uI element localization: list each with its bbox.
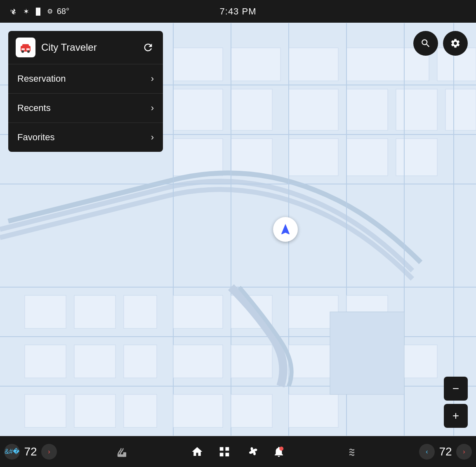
map-settings-button[interactable]	[443, 31, 468, 56]
svg-rect-11	[396, 89, 437, 130]
zoom-out-button[interactable]: −	[444, 377, 468, 401]
svg-rect-16	[346, 139, 388, 176]
svg-rect-8	[231, 89, 272, 130]
svg-text:␘: ␘	[10, 8, 16, 16]
left-temp-increase[interactable]: ›	[41, 444, 57, 460]
reservation-label: Reservation	[17, 73, 66, 84]
bluetooth-icon: ✶	[23, 7, 29, 16]
bluetooth-icon: ␘	[8, 6, 19, 17]
svg-rect-51	[330, 312, 404, 394]
settings-status-icon: ⚙	[47, 7, 53, 15]
reservation-item[interactable]: Reservation ›	[8, 64, 163, 94]
left-temp-control: &#� 72 ›	[4, 444, 57, 460]
svg-rect-12	[445, 89, 476, 130]
recents-item[interactable]: Recents ›	[8, 94, 163, 123]
svg-rect-17	[396, 139, 437, 176]
right-temp-value: 72	[437, 445, 454, 458]
left-temp-decrease[interactable]: &#�	[4, 444, 20, 460]
svg-point-62	[279, 446, 283, 450]
search-button[interactable]	[413, 31, 438, 56]
svg-rect-48	[25, 394, 66, 427]
app-title: City Traveler	[41, 42, 135, 53]
svg-rect-15	[289, 139, 338, 176]
svg-rect-58	[26, 48, 30, 50]
svg-rect-45	[25, 345, 66, 378]
refresh-button[interactable]	[141, 40, 156, 55]
svg-rect-49	[74, 394, 115, 427]
temperature-status: 68°	[57, 7, 69, 16]
right-temp-decrease[interactable]: ‹	[419, 444, 435, 460]
top-right-buttons	[413, 31, 468, 56]
svg-rect-30	[173, 295, 223, 328]
svg-point-55	[21, 50, 24, 53]
svg-rect-60	[123, 452, 127, 457]
svg-rect-4	[289, 48, 338, 81]
svg-rect-14	[231, 139, 272, 176]
reservation-chevron: ›	[151, 73, 154, 84]
svg-rect-57	[21, 48, 25, 50]
svg-rect-36	[231, 345, 272, 378]
svg-rect-46	[74, 345, 115, 378]
zoom-in-button[interactable]: +	[444, 404, 468, 428]
svg-rect-41	[289, 394, 338, 427]
svg-rect-9	[289, 89, 338, 130]
svg-rect-42	[25, 295, 66, 328]
svg-point-56	[27, 50, 30, 53]
svg-point-61	[251, 450, 253, 453]
center-icons	[187, 442, 289, 462]
svg-rect-3	[231, 48, 280, 81]
zoom-controls: − +	[444, 377, 468, 428]
signal-icon: ▐▌	[33, 8, 43, 15]
svg-rect-10	[346, 89, 388, 130]
svg-rect-13	[173, 139, 223, 176]
heat-seat-icon[interactable]	[112, 442, 132, 462]
map-area: City Traveler Reservation › Recents › Fa…	[0, 23, 476, 436]
rear-heat-icon[interactable]	[344, 442, 364, 462]
svg-rect-2	[173, 48, 223, 81]
bottom-bar: &#� 72 ›	[0, 436, 476, 467]
svg-rect-7	[173, 89, 223, 130]
svg-rect-47	[124, 345, 157, 378]
recents-label: Recents	[17, 103, 51, 113]
location-marker	[273, 217, 298, 242]
svg-rect-40	[231, 394, 272, 427]
status-bar: ␘ ✶ ▐▌ ⚙ 68° 7:43 PM	[0, 0, 476, 23]
svg-rect-44	[124, 295, 157, 328]
svg-rect-50	[124, 394, 157, 427]
app-icon	[16, 38, 35, 57]
fan-button[interactable]	[242, 442, 262, 462]
svg-rect-54	[22, 44, 29, 47]
left-temp-value: 72	[22, 445, 39, 458]
right-temp-control: ‹ 72 ›	[419, 444, 472, 460]
favorites-item[interactable]: Favorites ›	[8, 123, 163, 152]
recents-chevron: ›	[151, 103, 154, 113]
favorites-label: Favorites	[17, 132, 54, 143]
svg-rect-39	[173, 394, 223, 427]
svg-rect-33	[346, 295, 388, 312]
favorites-chevron: ›	[151, 132, 154, 143]
right-temp-increase[interactable]: ›	[456, 444, 472, 460]
svg-rect-43	[74, 295, 115, 328]
panel-header: City Traveler	[8, 31, 163, 64]
home-button[interactable]	[187, 442, 207, 462]
svg-rect-35	[173, 345, 223, 378]
app-panel: City Traveler Reservation › Recents › Fa…	[8, 31, 163, 152]
grid-button[interactable]	[214, 442, 234, 462]
notification-button[interactable]	[269, 442, 289, 462]
status-time: 7:43 PM	[220, 6, 257, 17]
